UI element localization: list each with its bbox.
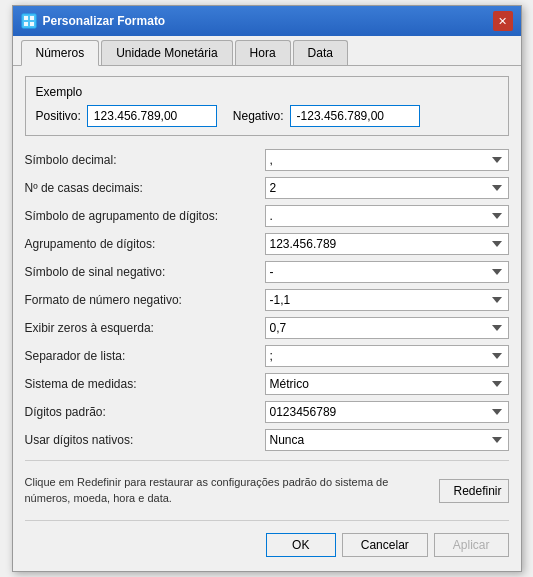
- close-button[interactable]: ✕: [493, 11, 513, 31]
- setting-label-9: Dígitos padrão:: [25, 405, 265, 419]
- setting-dropdown-10[interactable]: NuncaSempreAutomático: [265, 429, 509, 451]
- setting-dropdown-5[interactable]: -1,1(1,1)1,1-: [265, 289, 509, 311]
- cancel-button[interactable]: Cancelar: [342, 533, 428, 557]
- setting-dropdown-2[interactable]: .,;: [265, 205, 509, 227]
- setting-label-4: Símbolo de sinal negativo:: [25, 265, 265, 279]
- ok-button[interactable]: OK: [266, 533, 336, 557]
- setting-label-5: Formato de número negativo:: [25, 293, 265, 307]
- divider2: [25, 520, 509, 521]
- setting-label-3: Agrupamento de dígitos:: [25, 237, 265, 251]
- settings-row: Nº de casas decimais:01234: [25, 174, 509, 202]
- footer-note: Clique em Redefinir para restaurar as co…: [25, 475, 431, 506]
- setting-label-6: Exibir zeros à esquerda:: [25, 321, 265, 335]
- settings-row: Símbolo de agrupamento de dígitos:.,;: [25, 202, 509, 230]
- tab-bar: Números Unidade Monetária Hora Data: [13, 36, 521, 66]
- setting-dropdown-4[interactable]: -−: [265, 261, 509, 283]
- setting-dropdown-6[interactable]: 0,7,7: [265, 317, 509, 339]
- setting-label-8: Sistema de medidas:: [25, 377, 265, 391]
- svg-rect-2: [30, 16, 34, 20]
- settings-row: Agrupamento de dígitos:123.456.789123456…: [25, 230, 509, 258]
- positive-example: Positivo:: [36, 105, 217, 127]
- tab-hora[interactable]: Hora: [235, 40, 291, 65]
- negative-input[interactable]: [290, 105, 420, 127]
- tab-unidade-monetaria[interactable]: Unidade Monetária: [101, 40, 232, 65]
- setting-label-10: Usar dígitos nativos:: [25, 433, 265, 447]
- tab-content: Exemplo Positivo: Negativo: Símbolo deci…: [13, 66, 521, 571]
- settings-row: Separador de lista:;,|: [25, 342, 509, 370]
- window-icon: [21, 13, 37, 29]
- positive-input[interactable]: [87, 105, 217, 127]
- window-title: Personalizar Formato: [43, 14, 166, 28]
- redefine-button[interactable]: Redefinir: [439, 479, 509, 503]
- setting-dropdown-7[interactable]: ;,|: [265, 345, 509, 367]
- setting-label-7: Separador de lista:: [25, 349, 265, 363]
- main-window: Personalizar Formato ✕ Números Unidade M…: [12, 5, 522, 572]
- svg-rect-3: [24, 22, 28, 26]
- setting-dropdown-8[interactable]: MétricoImperial: [265, 373, 509, 395]
- title-bar: Personalizar Formato ✕: [13, 6, 521, 36]
- action-buttons: OK Cancelar Aplicar: [25, 527, 509, 561]
- apply-button[interactable]: Aplicar: [434, 533, 509, 557]
- setting-dropdown-9[interactable]: 0123456789: [265, 401, 509, 423]
- settings-list: Símbolo decimal:,.;Nº de casas decimais:…: [25, 146, 509, 454]
- example-row: Positivo: Negativo:: [36, 105, 498, 127]
- settings-row: Símbolo de sinal negativo:-−: [25, 258, 509, 286]
- example-group-label: Exemplo: [36, 85, 498, 99]
- settings-row: Dígitos padrão:0123456789: [25, 398, 509, 426]
- settings-row: Exibir zeros à esquerda:0,7,7: [25, 314, 509, 342]
- svg-rect-4: [30, 22, 34, 26]
- example-group: Exemplo Positivo: Negativo:: [25, 76, 509, 136]
- setting-dropdown-0[interactable]: ,.;: [265, 149, 509, 171]
- positive-label: Positivo:: [36, 109, 81, 123]
- divider: [25, 460, 509, 461]
- setting-label-2: Símbolo de agrupamento de dígitos:: [25, 209, 265, 223]
- tab-data[interactable]: Data: [293, 40, 348, 65]
- setting-label-1: Nº de casas decimais:: [25, 181, 265, 195]
- tab-numeros[interactable]: Números: [21, 40, 100, 66]
- negative-label: Negativo:: [233, 109, 284, 123]
- svg-rect-1: [24, 16, 28, 20]
- negative-example: Negativo:: [233, 105, 420, 127]
- settings-row: Sistema de medidas:MétricoImperial: [25, 370, 509, 398]
- setting-dropdown-1[interactable]: 01234: [265, 177, 509, 199]
- title-bar-left: Personalizar Formato: [21, 13, 166, 29]
- setting-label-0: Símbolo decimal:: [25, 153, 265, 167]
- settings-row: Usar dígitos nativos:NuncaSempreAutomáti…: [25, 426, 509, 454]
- setting-dropdown-3[interactable]: 123.456.789123456789: [265, 233, 509, 255]
- footer: Clique em Redefinir para restaurar as co…: [25, 467, 509, 514]
- settings-row: Símbolo decimal:,.;: [25, 146, 509, 174]
- settings-row: Formato de número negativo:-1,1(1,1)1,1-: [25, 286, 509, 314]
